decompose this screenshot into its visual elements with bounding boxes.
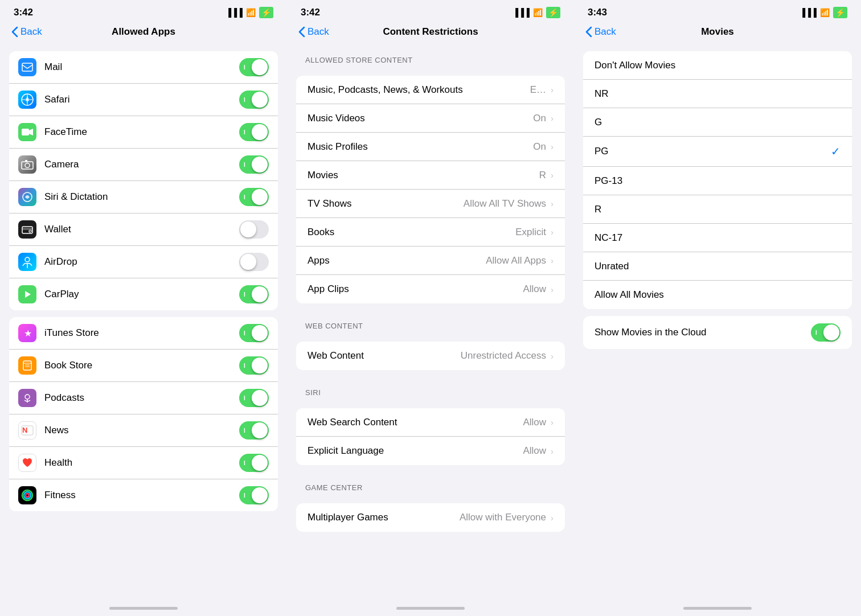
wallet-toggle[interactable] bbox=[239, 220, 269, 239]
wallet-icon bbox=[18, 220, 36, 239]
camera-toggle[interactable]: I bbox=[239, 155, 269, 174]
web-content-group: Web Content Unrestricted Access › bbox=[296, 342, 565, 370]
rating-allow-all: Allow All Movies bbox=[594, 289, 840, 301]
battery-icon-2: ⚡ bbox=[546, 7, 560, 18]
airdrop-label: AirDrop bbox=[44, 256, 239, 268]
podcasts-toggle[interactable]: I bbox=[239, 389, 269, 407]
list-item[interactable]: Web Search Content Allow › bbox=[296, 408, 565, 437]
list-item[interactable]: TV Shows Allow All TV Shows › bbox=[296, 190, 565, 218]
airdrop-toggle[interactable] bbox=[239, 253, 269, 271]
chevron-icon: › bbox=[551, 113, 554, 123]
nav-bar-3: Back Movies bbox=[574, 22, 861, 44]
health-toggle[interactable]: I bbox=[239, 454, 269, 472]
list-item[interactable]: Web Content Unrestricted Access › bbox=[296, 342, 565, 370]
status-bar-1: 3:42 ▐▐▐ 📶 ⚡ bbox=[0, 0, 287, 22]
row-multiplayer-label: Multiplayer Games bbox=[308, 512, 460, 523]
rating-nc17: NC-17 bbox=[594, 232, 840, 244]
back-button-2[interactable]: Back bbox=[298, 26, 329, 38]
bookstore-icon bbox=[18, 356, 36, 375]
list-item[interactable]: Music Videos On › bbox=[296, 104, 565, 133]
home-bar-1 bbox=[109, 607, 178, 610]
svg-text:N: N bbox=[22, 426, 27, 434]
row-music-value: E… bbox=[530, 84, 546, 96]
selected-checkmark: ✓ bbox=[831, 145, 840, 158]
section-header-siri: SIRI bbox=[287, 377, 574, 401]
chevron-icon: › bbox=[551, 446, 554, 456]
svg-point-28 bbox=[26, 494, 29, 497]
back-button-1[interactable]: Back bbox=[11, 26, 42, 38]
list-item[interactable]: G bbox=[583, 108, 852, 137]
section-header-web: WEB CONTENT bbox=[287, 310, 574, 335]
back-button-3[interactable]: Back bbox=[585, 26, 616, 38]
row-websearch-value: Allow bbox=[523, 417, 546, 428]
list-item[interactable]: Allow All Movies bbox=[583, 281, 852, 309]
carplay-toggle[interactable]: I bbox=[239, 285, 269, 303]
rating-r: R bbox=[594, 204, 840, 215]
camera-label: Camera bbox=[44, 159, 239, 170]
fitness-toggle[interactable]: I bbox=[239, 486, 269, 504]
battery-icon-3: ⚡ bbox=[833, 7, 847, 18]
list-item[interactable]: PG ✓ bbox=[583, 137, 852, 167]
list-item: Camera I bbox=[9, 149, 278, 181]
svg-rect-18 bbox=[23, 361, 31, 370]
chevron-icon: › bbox=[551, 351, 554, 361]
status-icons-3: ▐▐▐ 📶 ⚡ bbox=[800, 7, 847, 18]
row-movies-label: Movies bbox=[308, 170, 539, 181]
row-musicprofiles-value: On bbox=[533, 141, 546, 153]
svg-rect-10 bbox=[25, 160, 27, 162]
page-title-3: Movies bbox=[701, 26, 734, 38]
row-musicprofiles-label: Music Profiles bbox=[308, 141, 533, 153]
fitness-label: Fitness bbox=[44, 490, 239, 501]
list-item[interactable]: NR bbox=[583, 80, 852, 108]
list-item[interactable]: R bbox=[583, 195, 852, 224]
chevron-icon: › bbox=[551, 170, 554, 180]
wifi-icon-1: 📶 bbox=[246, 8, 256, 17]
list-item: CarPlay I bbox=[9, 278, 278, 310]
list-item: Health I bbox=[9, 447, 278, 479]
row-appclips-label: App Clips bbox=[308, 284, 523, 295]
cloud-toggle[interactable]: I bbox=[811, 323, 840, 342]
list-item[interactable]: Don't Allow Movies bbox=[583, 51, 852, 80]
section-header-store: ALLOWED STORE CONTENT bbox=[287, 44, 574, 69]
gamecenter-group: Multiplayer Games Allow with Everyone › bbox=[296, 503, 565, 532]
news-icon: N bbox=[18, 421, 36, 440]
list-item[interactable]: Multiplayer Games Allow with Everyone › bbox=[296, 503, 565, 532]
facetime-toggle[interactable]: I bbox=[239, 123, 269, 141]
svg-marker-7 bbox=[29, 129, 33, 135]
home-indicator-2 bbox=[287, 600, 574, 616]
rating-pg13: PG-13 bbox=[594, 175, 840, 187]
mail-label: Mail bbox=[44, 61, 239, 73]
list-item[interactable]: App Clips Allow › bbox=[296, 275, 565, 303]
list-item[interactable]: Books Explicit › bbox=[296, 218, 565, 247]
mail-toggle-container: I bbox=[239, 58, 269, 76]
list-item: Fitness I bbox=[9, 479, 278, 511]
facetime-icon bbox=[18, 123, 36, 141]
list-item[interactable]: PG-13 bbox=[583, 167, 852, 195]
siri-toggle[interactable]: I bbox=[239, 188, 269, 206]
list-item[interactable]: Explicit Language Allow › bbox=[296, 437, 565, 465]
health-label: Health bbox=[44, 457, 239, 469]
safari-toggle[interactable]: I bbox=[239, 91, 269, 109]
ratings-group: Don't Allow Movies NR G PG ✓ PG-13 R bbox=[583, 51, 852, 309]
list-item: Book Store I bbox=[9, 350, 278, 382]
panel-content-2: ALLOWED STORE CONTENT Music, Podcasts, N… bbox=[287, 44, 574, 600]
news-toggle[interactable]: I bbox=[239, 421, 269, 440]
mail-toggle[interactable]: I bbox=[239, 58, 269, 76]
rating-g: G bbox=[594, 117, 840, 128]
rating-nr: NR bbox=[594, 88, 840, 100]
itunes-toggle[interactable]: I bbox=[239, 324, 269, 342]
row-apps-label: Apps bbox=[308, 255, 486, 266]
svg-marker-16 bbox=[25, 291, 31, 298]
row-musicvideos-value: On bbox=[533, 113, 546, 124]
news-label: News bbox=[44, 425, 239, 436]
list-item[interactable]: Music, Podcasts, News, & Workouts E… › bbox=[296, 76, 565, 104]
svg-point-22 bbox=[25, 395, 30, 399]
bookstore-toggle[interactable]: I bbox=[239, 356, 269, 375]
list-item[interactable]: NC-17 bbox=[583, 224, 852, 252]
row-multiplayer-value: Allow with Everyone bbox=[460, 512, 546, 523]
list-item[interactable]: Movies R › bbox=[296, 161, 565, 190]
chevron-icon: › bbox=[551, 256, 554, 265]
list-item[interactable]: Unrated bbox=[583, 252, 852, 281]
list-item[interactable]: Apps Allow All Apps › bbox=[296, 247, 565, 275]
list-item[interactable]: Music Profiles On › bbox=[296, 133, 565, 161]
